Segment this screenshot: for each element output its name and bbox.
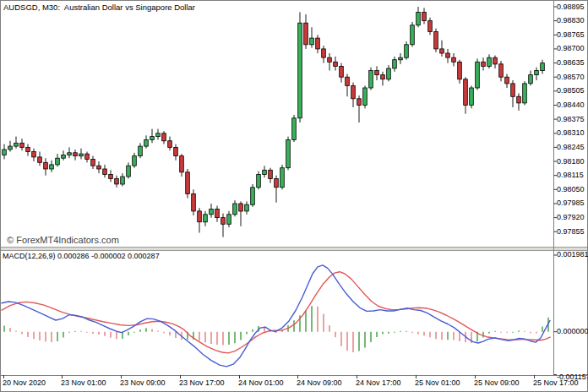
- price-axis-label: 0.98505: [557, 87, 585, 95]
- price-axis-label: 0.98440: [557, 101, 585, 109]
- time-axis-label: 25 Nov 09:00: [474, 379, 520, 387]
- time-axis-label: 25 Nov 01:00: [415, 379, 460, 387]
- time-axis-label: 24 Nov 09:00: [297, 379, 342, 387]
- price-axis-label: 0.98700: [557, 45, 585, 52]
- price-axis-label: 0.98570: [557, 74, 585, 81]
- macd-indicator-label: MACD(12,26,9) 0.000286 -0.000002 0.00028…: [3, 252, 160, 260]
- price-axis-label: 0.98765: [557, 31, 585, 39]
- time-axis-label: 25 Nov 17:00: [533, 379, 579, 387]
- price-axis-label: 0.98375: [557, 116, 585, 123]
- price-axis-label: 0.97920: [557, 214, 585, 221]
- price-axis-label: 0.97855: [557, 228, 585, 236]
- time-axis-label: 23 Nov 09:00: [120, 379, 166, 387]
- time-axis-label: 23 Nov 17:00: [179, 379, 225, 387]
- time-axis-label: 23 Nov 01:00: [61, 379, 106, 387]
- time-axis-label: 24 Nov 17:00: [356, 379, 401, 387]
- price-axis-label: 0.97985: [557, 199, 585, 207]
- price-axis-label: 0.98245: [557, 144, 585, 151]
- macd-axis-label: 0.001981: [557, 251, 588, 259]
- watermark: © ForexMT4Indicators.com: [7, 235, 119, 245]
- chart-canvas[interactable]: [0, 0, 588, 392]
- time-axis-label: 24 Nov 01:00: [238, 379, 284, 387]
- price-axis-label: 0.98830: [557, 17, 585, 24]
- price-axis-label: 0.98115: [557, 172, 584, 179]
- time-axis-label: 20 Nov 2020: [3, 379, 46, 387]
- macd-axis-label: 0.000000: [557, 328, 588, 335]
- chart-window: AUDSGD, M30: Australian Dollar vs Singap…: [0, 0, 588, 392]
- chart-title: AUDSGD, M30: Australian Dollar vs Singap…: [3, 3, 195, 12]
- price-axis-label: 0.98635: [557, 59, 585, 67]
- price-axis-label: 0.98050: [557, 186, 585, 193]
- price-axis-label: 0.98895: [557, 3, 585, 11]
- price-axis-label: 0.98180: [557, 158, 585, 166]
- price-axis-label: 0.98310: [557, 129, 585, 137]
